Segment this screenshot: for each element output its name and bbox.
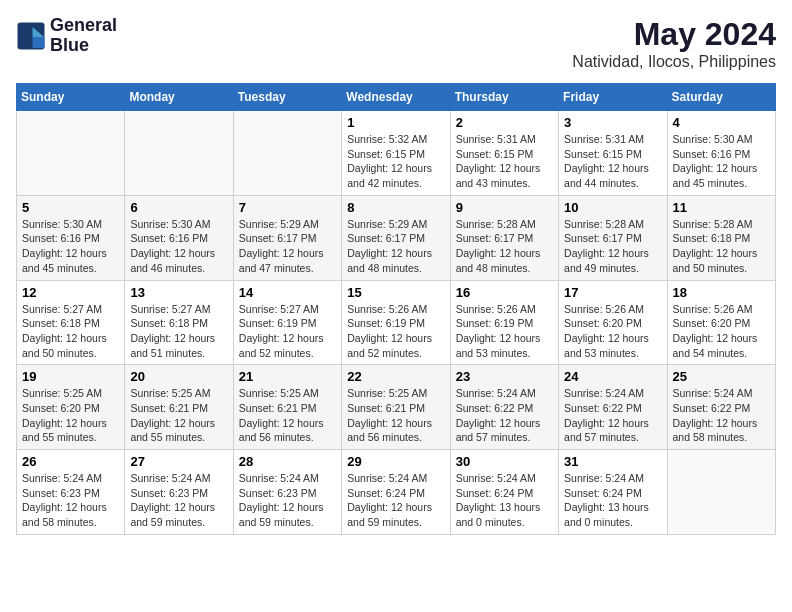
calendar-cell: [233, 111, 341, 196]
calendar-cell: 10Sunrise: 5:28 AM Sunset: 6:17 PM Dayli…: [559, 195, 667, 280]
calendar-cell: 29Sunrise: 5:24 AM Sunset: 6:24 PM Dayli…: [342, 450, 450, 535]
day-info: Sunrise: 5:31 AM Sunset: 6:15 PM Dayligh…: [456, 132, 553, 191]
location-title: Natividad, Ilocos, Philippines: [572, 53, 776, 71]
calendar-cell: 11Sunrise: 5:28 AM Sunset: 6:18 PM Dayli…: [667, 195, 775, 280]
day-info: Sunrise: 5:29 AM Sunset: 6:17 PM Dayligh…: [239, 217, 336, 276]
day-info: Sunrise: 5:31 AM Sunset: 6:15 PM Dayligh…: [564, 132, 661, 191]
day-info: Sunrise: 5:27 AM Sunset: 6:18 PM Dayligh…: [130, 302, 227, 361]
day-info: Sunrise: 5:27 AM Sunset: 6:18 PM Dayligh…: [22, 302, 119, 361]
day-number: 20: [130, 369, 227, 384]
weekday-header-monday: Monday: [125, 84, 233, 111]
day-info: Sunrise: 5:28 AM Sunset: 6:17 PM Dayligh…: [456, 217, 553, 276]
calendar-cell: 19Sunrise: 5:25 AM Sunset: 6:20 PM Dayli…: [17, 365, 125, 450]
day-number: 31: [564, 454, 661, 469]
day-number: 24: [564, 369, 661, 384]
calendar-cell: 17Sunrise: 5:26 AM Sunset: 6:20 PM Dayli…: [559, 280, 667, 365]
day-info: Sunrise: 5:26 AM Sunset: 6:20 PM Dayligh…: [564, 302, 661, 361]
day-info: Sunrise: 5:29 AM Sunset: 6:17 PM Dayligh…: [347, 217, 444, 276]
calendar-week-4: 19Sunrise: 5:25 AM Sunset: 6:20 PM Dayli…: [17, 365, 776, 450]
day-number: 17: [564, 285, 661, 300]
calendar-week-5: 26Sunrise: 5:24 AM Sunset: 6:23 PM Dayli…: [17, 450, 776, 535]
weekday-header-friday: Friday: [559, 84, 667, 111]
day-number: 8: [347, 200, 444, 215]
weekday-header-row: SundayMondayTuesdayWednesdayThursdayFrid…: [17, 84, 776, 111]
svg-marker-2: [33, 37, 45, 48]
calendar-cell: 16Sunrise: 5:26 AM Sunset: 6:19 PM Dayli…: [450, 280, 558, 365]
calendar-cell: 15Sunrise: 5:26 AM Sunset: 6:19 PM Dayli…: [342, 280, 450, 365]
day-number: 5: [22, 200, 119, 215]
calendar-cell: 31Sunrise: 5:24 AM Sunset: 6:24 PM Dayli…: [559, 450, 667, 535]
calendar-week-2: 5Sunrise: 5:30 AM Sunset: 6:16 PM Daylig…: [17, 195, 776, 280]
calendar-week-1: 1Sunrise: 5:32 AM Sunset: 6:15 PM Daylig…: [17, 111, 776, 196]
day-number: 29: [347, 454, 444, 469]
calendar-cell: 14Sunrise: 5:27 AM Sunset: 6:19 PM Dayli…: [233, 280, 341, 365]
day-number: 13: [130, 285, 227, 300]
calendar-cell: [667, 450, 775, 535]
day-number: 19: [22, 369, 119, 384]
day-info: Sunrise: 5:24 AM Sunset: 6:23 PM Dayligh…: [130, 471, 227, 530]
calendar-cell: 6Sunrise: 5:30 AM Sunset: 6:16 PM Daylig…: [125, 195, 233, 280]
weekday-header-thursday: Thursday: [450, 84, 558, 111]
day-number: 11: [673, 200, 770, 215]
day-number: 1: [347, 115, 444, 130]
calendar-cell: 2Sunrise: 5:31 AM Sunset: 6:15 PM Daylig…: [450, 111, 558, 196]
day-info: Sunrise: 5:24 AM Sunset: 6:23 PM Dayligh…: [22, 471, 119, 530]
calendar-cell: 4Sunrise: 5:30 AM Sunset: 6:16 PM Daylig…: [667, 111, 775, 196]
day-number: 7: [239, 200, 336, 215]
day-number: 16: [456, 285, 553, 300]
calendar-cell: 5Sunrise: 5:30 AM Sunset: 6:16 PM Daylig…: [17, 195, 125, 280]
calendar-body: 1Sunrise: 5:32 AM Sunset: 6:15 PM Daylig…: [17, 111, 776, 535]
calendar-cell: 12Sunrise: 5:27 AM Sunset: 6:18 PM Dayli…: [17, 280, 125, 365]
calendar-cell: 1Sunrise: 5:32 AM Sunset: 6:15 PM Daylig…: [342, 111, 450, 196]
calendar-cell: 24Sunrise: 5:24 AM Sunset: 6:22 PM Dayli…: [559, 365, 667, 450]
logo-text: General Blue: [50, 16, 117, 56]
calendar-cell: 28Sunrise: 5:24 AM Sunset: 6:23 PM Dayli…: [233, 450, 341, 535]
day-info: Sunrise: 5:27 AM Sunset: 6:19 PM Dayligh…: [239, 302, 336, 361]
calendar-cell: 21Sunrise: 5:25 AM Sunset: 6:21 PM Dayli…: [233, 365, 341, 450]
day-info: Sunrise: 5:25 AM Sunset: 6:21 PM Dayligh…: [239, 386, 336, 445]
page-header: General Blue May 2024 Natividad, Ilocos,…: [16, 16, 776, 71]
calendar-cell: 27Sunrise: 5:24 AM Sunset: 6:23 PM Dayli…: [125, 450, 233, 535]
day-info: Sunrise: 5:32 AM Sunset: 6:15 PM Dayligh…: [347, 132, 444, 191]
calendar-cell: 26Sunrise: 5:24 AM Sunset: 6:23 PM Dayli…: [17, 450, 125, 535]
calendar-cell: 30Sunrise: 5:24 AM Sunset: 6:24 PM Dayli…: [450, 450, 558, 535]
day-info: Sunrise: 5:24 AM Sunset: 6:24 PM Dayligh…: [347, 471, 444, 530]
logo[interactable]: General Blue: [16, 16, 117, 56]
day-info: Sunrise: 5:28 AM Sunset: 6:18 PM Dayligh…: [673, 217, 770, 276]
calendar-cell: 23Sunrise: 5:24 AM Sunset: 6:22 PM Dayli…: [450, 365, 558, 450]
weekday-header-tuesday: Tuesday: [233, 84, 341, 111]
calendar-cell: 9Sunrise: 5:28 AM Sunset: 6:17 PM Daylig…: [450, 195, 558, 280]
day-info: Sunrise: 5:28 AM Sunset: 6:17 PM Dayligh…: [564, 217, 661, 276]
day-info: Sunrise: 5:24 AM Sunset: 6:23 PM Dayligh…: [239, 471, 336, 530]
title-block: May 2024 Natividad, Ilocos, Philippines: [572, 16, 776, 71]
month-title: May 2024: [572, 16, 776, 53]
day-number: 15: [347, 285, 444, 300]
calendar-cell: 8Sunrise: 5:29 AM Sunset: 6:17 PM Daylig…: [342, 195, 450, 280]
day-info: Sunrise: 5:26 AM Sunset: 6:19 PM Dayligh…: [347, 302, 444, 361]
day-number: 6: [130, 200, 227, 215]
day-number: 9: [456, 200, 553, 215]
calendar-cell: 13Sunrise: 5:27 AM Sunset: 6:18 PM Dayli…: [125, 280, 233, 365]
day-number: 23: [456, 369, 553, 384]
day-number: 4: [673, 115, 770, 130]
calendar-table: SundayMondayTuesdayWednesdayThursdayFrid…: [16, 83, 776, 535]
calendar-cell: 7Sunrise: 5:29 AM Sunset: 6:17 PM Daylig…: [233, 195, 341, 280]
day-info: Sunrise: 5:25 AM Sunset: 6:21 PM Dayligh…: [130, 386, 227, 445]
calendar-cell: 18Sunrise: 5:26 AM Sunset: 6:20 PM Dayli…: [667, 280, 775, 365]
calendar-cell: [17, 111, 125, 196]
weekday-header-sunday: Sunday: [17, 84, 125, 111]
day-number: 25: [673, 369, 770, 384]
day-number: 26: [22, 454, 119, 469]
day-number: 30: [456, 454, 553, 469]
day-info: Sunrise: 5:24 AM Sunset: 6:22 PM Dayligh…: [456, 386, 553, 445]
day-number: 12: [22, 285, 119, 300]
day-info: Sunrise: 5:30 AM Sunset: 6:16 PM Dayligh…: [22, 217, 119, 276]
calendar-cell: 3Sunrise: 5:31 AM Sunset: 6:15 PM Daylig…: [559, 111, 667, 196]
day-info: Sunrise: 5:24 AM Sunset: 6:22 PM Dayligh…: [564, 386, 661, 445]
weekday-header-wednesday: Wednesday: [342, 84, 450, 111]
day-number: 28: [239, 454, 336, 469]
calendar-week-3: 12Sunrise: 5:27 AM Sunset: 6:18 PM Dayli…: [17, 280, 776, 365]
day-number: 18: [673, 285, 770, 300]
day-info: Sunrise: 5:25 AM Sunset: 6:20 PM Dayligh…: [22, 386, 119, 445]
day-number: 2: [456, 115, 553, 130]
